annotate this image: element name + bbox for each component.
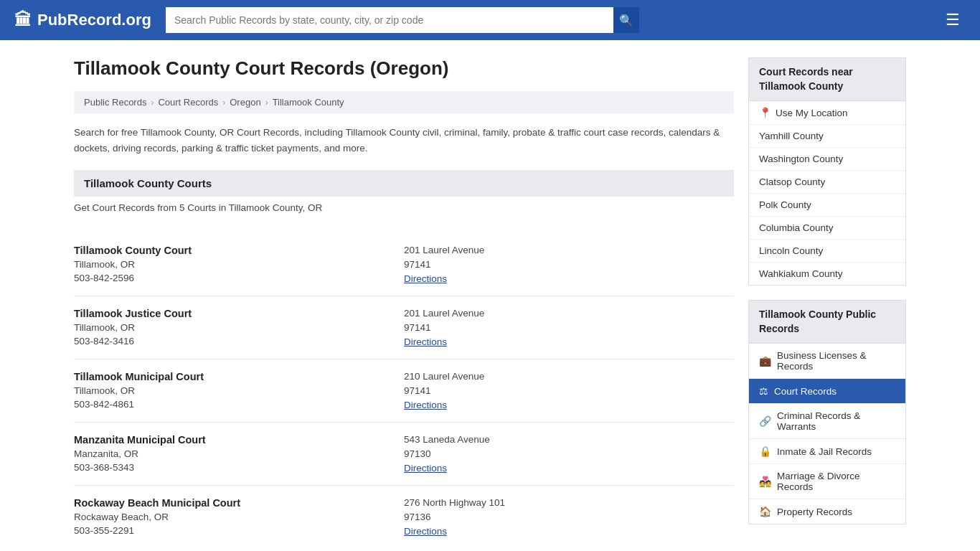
record-type-icon: ⚖ xyxy=(759,385,768,397)
site-logo[interactable]: 🏛 PubRecord.org xyxy=(14,10,151,30)
court-zip: 97141 xyxy=(404,322,734,333)
nearby-county-item[interactable]: Washington County xyxy=(749,148,905,171)
court-directions: Directions xyxy=(404,462,734,474)
directions-link[interactable]: Directions xyxy=(404,526,447,537)
nearby-county-item[interactable]: Wahkiakum County xyxy=(749,263,905,285)
search-icon: 🔍 xyxy=(619,14,633,27)
court-phone: 503-368-5343 xyxy=(74,462,404,474)
court-address: 543 Laneda Avenue xyxy=(404,434,734,446)
court-city: Tillamook, OR xyxy=(74,259,404,270)
record-type-item[interactable]: ⚖ Court Records xyxy=(749,379,905,404)
court-directions: Directions xyxy=(404,336,734,347)
breadcrumb-public-records[interactable]: Public Records xyxy=(84,97,146,108)
court-name: Rockaway Beach Municipal Court xyxy=(74,497,404,509)
nearby-county-item[interactable]: Clatsop County xyxy=(749,171,905,194)
court-phone: 503-842-2596 xyxy=(74,273,404,284)
record-type-item[interactable]: 🏠 Property Records xyxy=(749,499,905,524)
court-directions: Directions xyxy=(404,273,734,284)
record-type-icon: 🔗 xyxy=(759,415,771,427)
record-types-list: 💼 Business Licenses & Records ⚖ Court Re… xyxy=(749,344,905,524)
search-button[interactable]: 🔍 xyxy=(613,7,639,33)
main-container: Tillamook County Court Records (Oregon) … xyxy=(60,40,920,551)
court-name: Tillamook Justice Court xyxy=(74,308,404,319)
court-entry: Manzanita Municipal Court 543 Laneda Ave… xyxy=(74,423,734,486)
court-name: Manzanita Municipal Court xyxy=(74,434,404,446)
directions-link[interactable]: Directions xyxy=(404,400,447,410)
breadcrumb: Public Records › Court Records › Oregon … xyxy=(74,91,734,113)
court-entry: Rockaway Beach Municipal Court 276 North… xyxy=(74,486,734,548)
court-city: Rockaway Beach, OR xyxy=(74,512,404,522)
court-name: Tillamook Municipal Court xyxy=(74,371,404,382)
page-title: Tillamook County Court Records (Oregon) xyxy=(74,57,734,80)
court-city: Manzanita, OR xyxy=(74,448,404,459)
breadcrumb-oregon[interactable]: Oregon xyxy=(230,97,260,108)
court-entry: Tillamook Justice Court 201 Laurel Avenu… xyxy=(74,296,734,359)
breadcrumb-sep-2: › xyxy=(222,98,225,108)
court-address: 276 North Highway 101 xyxy=(404,497,734,509)
court-phone: 503-842-3416 xyxy=(74,336,404,347)
logo-icon: 🏛 xyxy=(14,10,32,30)
record-type-label: Inmate & Jail Records xyxy=(777,446,872,457)
use-my-location[interactable]: 📍 Use My Location xyxy=(749,101,905,125)
breadcrumb-sep-3: › xyxy=(265,98,268,108)
record-type-label: Criminal Records & Warrants xyxy=(777,410,895,432)
court-zip: 97141 xyxy=(404,259,734,270)
record-type-item[interactable]: 💑 Marriage & Divorce Records xyxy=(749,464,905,499)
public-records-title: Tillamook County Public Records xyxy=(749,301,905,344)
court-zip: 97136 xyxy=(404,512,734,522)
search-input[interactable] xyxy=(166,7,613,33)
nearby-county-item[interactable]: Columbia County xyxy=(749,217,905,240)
court-address: 201 Laurel Avenue xyxy=(404,308,734,319)
logo-text: PubRecord.org xyxy=(37,11,151,29)
search-container: 🔍 xyxy=(166,7,639,33)
courts-section-desc: Get Court Records from 5 Courts in Tilla… xyxy=(74,202,734,219)
record-type-icon: 🔒 xyxy=(759,446,771,457)
page-description: Search for free Tillamook County, OR Cou… xyxy=(74,125,734,156)
nearby-section: Court Records near Tillamook County 📍 Us… xyxy=(748,57,906,286)
record-type-label: Property Records xyxy=(777,507,852,517)
record-type-icon: 💼 xyxy=(759,355,771,367)
record-type-item[interactable]: 💼 Business Licenses & Records xyxy=(749,344,905,379)
nearby-section-title: Court Records near Tillamook County xyxy=(749,58,905,101)
hamburger-icon: ☰ xyxy=(946,11,960,29)
court-phone: 503-355-2291 xyxy=(74,525,404,537)
record-type-label: Court Records xyxy=(774,386,837,397)
menu-button[interactable]: ☰ xyxy=(940,8,966,32)
court-address: 201 Laurel Avenue xyxy=(404,245,734,256)
directions-link[interactable]: Directions xyxy=(404,336,447,347)
court-entry: Tillamook Municipal Court 210 Laurel Ave… xyxy=(74,359,734,423)
court-city: Tillamook, OR xyxy=(74,385,404,396)
court-zip: 97141 xyxy=(404,385,734,396)
breadcrumb-court-records[interactable]: Court Records xyxy=(158,97,218,108)
court-entry: Tillamook County Court 201 Laurel Avenue… xyxy=(74,233,734,296)
court-zip: 97130 xyxy=(404,448,734,459)
record-type-icon: 🏠 xyxy=(759,506,771,517)
record-type-icon: 💑 xyxy=(759,476,771,487)
record-type-item[interactable]: 🔒 Inmate & Jail Records xyxy=(749,439,905,464)
court-name: Tillamook County Court xyxy=(74,245,404,256)
record-type-label: Business Licenses & Records xyxy=(777,350,895,372)
directions-link[interactable]: Directions xyxy=(404,273,447,284)
breadcrumb-current: Tillamook County xyxy=(273,97,344,108)
court-directions: Directions xyxy=(404,525,734,537)
location-icon: 📍 xyxy=(759,107,771,118)
breadcrumb-sep-1: › xyxy=(151,98,154,108)
nearby-county-item[interactable]: Lincoln County xyxy=(749,240,905,263)
courts-section-header: Tillamook County Courts xyxy=(74,170,734,197)
nearby-counties-list: Yamhill CountyWashington CountyClatsop C… xyxy=(749,125,905,285)
public-records-section: Tillamook County Public Records 💼 Busine… xyxy=(748,300,906,524)
directions-link[interactable]: Directions xyxy=(404,463,447,474)
nearby-county-item[interactable]: Yamhill County xyxy=(749,125,905,148)
nearby-county-item[interactable]: Polk County xyxy=(749,194,905,217)
court-address: 210 Laurel Avenue xyxy=(404,371,734,382)
sidebar: Court Records near Tillamook County 📍 Us… xyxy=(748,57,906,548)
court-directions: Directions xyxy=(404,399,734,410)
record-type-item[interactable]: 🔗 Criminal Records & Warrants xyxy=(749,404,905,439)
record-type-label: Marriage & Divorce Records xyxy=(777,471,895,492)
court-city: Tillamook, OR xyxy=(74,322,404,333)
use-location-label: Use My Location xyxy=(776,108,848,118)
content-area: Tillamook County Court Records (Oregon) … xyxy=(74,57,734,548)
courts-list: Tillamook County Court 201 Laurel Avenue… xyxy=(74,233,734,548)
court-phone: 503-842-4861 xyxy=(74,399,404,410)
